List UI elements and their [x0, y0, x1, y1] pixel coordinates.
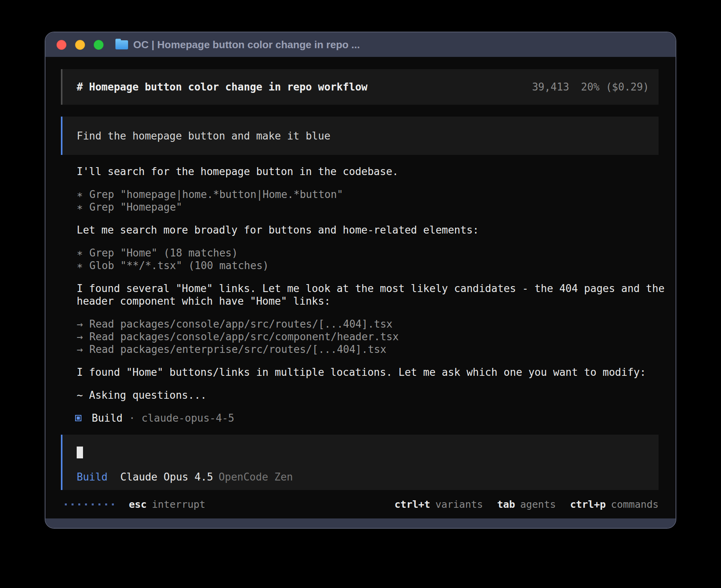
- folder-icon: [115, 40, 128, 49]
- variants-hint: ctrl+t variants: [394, 499, 483, 510]
- assistant-text: I found "Home" buttons/links in multiple…: [77, 366, 659, 379]
- tool-call-group: ∗Grep "homepage|home.*button|Home.*butto…: [61, 188, 659, 213]
- assistant-text: header component which have "Home" links…: [77, 295, 659, 307]
- read-tool-call: →Read packages/enterprise/src/routes/[..…: [77, 343, 659, 356]
- keyboard-hints: ctrl+t variants tab agents ctrl+p comman…: [394, 499, 659, 510]
- user-message: Find the homepage button and make it blu…: [61, 117, 659, 155]
- titlebar: OC | Homepage button color change in rep…: [45, 32, 676, 57]
- context-usage: 20% ($0.29): [581, 81, 649, 93]
- agent-square-icon: [75, 415, 81, 421]
- read-tool-call: →Read packages/console/app/src/routes/[.…: [77, 318, 659, 330]
- read-path: Read packages/enterprise/src/routes/[...…: [89, 343, 386, 355]
- session-title: # Homepage button color change in repo w…: [77, 81, 532, 93]
- provider-label: OpenCode Zen: [219, 471, 293, 483]
- close-button[interactable]: [57, 40, 66, 50]
- tool-call-text: Grep "Homepage": [89, 201, 182, 213]
- tab-key: tab: [497, 499, 515, 510]
- esc-key: esc: [129, 499, 147, 510]
- agent-model: claude-opus-4-5: [142, 412, 234, 424]
- session-stats: 39,413 20% ($0.29): [532, 81, 651, 93]
- session-header: # Homepage button color change in repo w…: [61, 69, 659, 105]
- traffic-lights: [57, 40, 104, 50]
- asterisk-icon: ∗: [77, 201, 89, 213]
- tool-call-text: Grep "Home" (18 matches): [89, 247, 238, 259]
- interrupt-hint: esc interrupt: [129, 499, 206, 510]
- agent-name: Build: [92, 412, 123, 424]
- arrow-right-icon: →: [77, 330, 89, 343]
- status-bar: esc interrupt ctrl+t variants tab agents…: [61, 498, 659, 511]
- maximize-button[interactable]: [94, 40, 104, 50]
- arrow-right-icon: →: [77, 318, 89, 330]
- window-title: OC | Homepage button color change in rep…: [133, 39, 360, 51]
- tool-call: ∗Grep "Home" (18 matches): [77, 247, 659, 259]
- commands-label: commands: [611, 499, 659, 510]
- tool-call-text: Glob "**/*.tsx" (100 matches): [89, 260, 269, 271]
- variants-label: variants: [435, 499, 483, 510]
- agent-status-line: Build · claude-opus-4-5: [75, 412, 659, 424]
- minimize-button[interactable]: [75, 40, 85, 50]
- ctrl-t-key: ctrl+t: [394, 499, 430, 510]
- assistant-text: Let me search more broadly for buttons a…: [77, 224, 659, 236]
- agents-hint: tab agents: [497, 499, 556, 510]
- assistant-text: I'll search for the homepage button in t…: [77, 165, 659, 178]
- esc-label: interrupt: [152, 499, 205, 510]
- tool-call: ∗Glob "**/*.tsx" (100 matches): [77, 259, 659, 272]
- model-label: Claude Opus 4.5: [120, 471, 213, 483]
- dot-separator: ·: [129, 412, 135, 424]
- arrow-right-icon: →: [77, 343, 89, 356]
- asterisk-icon: ∗: [77, 247, 89, 259]
- token-count: 39,413: [532, 81, 569, 93]
- assistant-paragraph: I found several "Home" links. Let me loo…: [61, 282, 659, 307]
- read-path: Read packages/console/app/src/routes/[..…: [89, 318, 393, 330]
- ctrl-p-key: ctrl+p: [570, 499, 606, 510]
- asking-status: ~ Asking questions...: [77, 389, 659, 401]
- tool-call-group: ∗Grep "Home" (18 matches) ∗Glob "**/*.ts…: [61, 247, 659, 272]
- prompt-input[interactable]: Build Claude Opus 4.5 OpenCode Zen: [61, 435, 659, 490]
- read-tool-group: →Read packages/console/app/src/routes/[.…: [61, 318, 659, 356]
- read-path: Read packages/console/app/src/component/…: [89, 331, 399, 343]
- terminal-window: OC | Homepage button color change in rep…: [45, 32, 676, 529]
- text-cursor: [77, 447, 83, 458]
- asterisk-icon: ∗: [77, 188, 89, 201]
- user-message-text: Find the homepage button and make it blu…: [77, 130, 330, 142]
- agents-label: agents: [520, 499, 556, 510]
- tool-call: ∗Grep "homepage|home.*button|Home.*butto…: [77, 188, 659, 201]
- spinner-dots: [65, 503, 114, 505]
- tool-call-text: Grep "homepage|home.*button|Home.*button…: [89, 188, 343, 200]
- session-view: # Homepage button color change in repo w…: [45, 57, 676, 518]
- read-tool-call: →Read packages/console/app/src/component…: [77, 330, 659, 343]
- asterisk-icon: ∗: [77, 259, 89, 272]
- assistant-text: I found several "Home" links. Let me loo…: [77, 282, 659, 295]
- mode-label[interactable]: Build: [77, 471, 108, 483]
- commands-hint: ctrl+p commands: [570, 499, 659, 510]
- window-bottom-frame: [45, 518, 676, 528]
- tool-call: ∗Grep "Homepage": [77, 201, 659, 213]
- input-mode-row: Build Claude Opus 4.5 OpenCode Zen: [77, 471, 293, 483]
